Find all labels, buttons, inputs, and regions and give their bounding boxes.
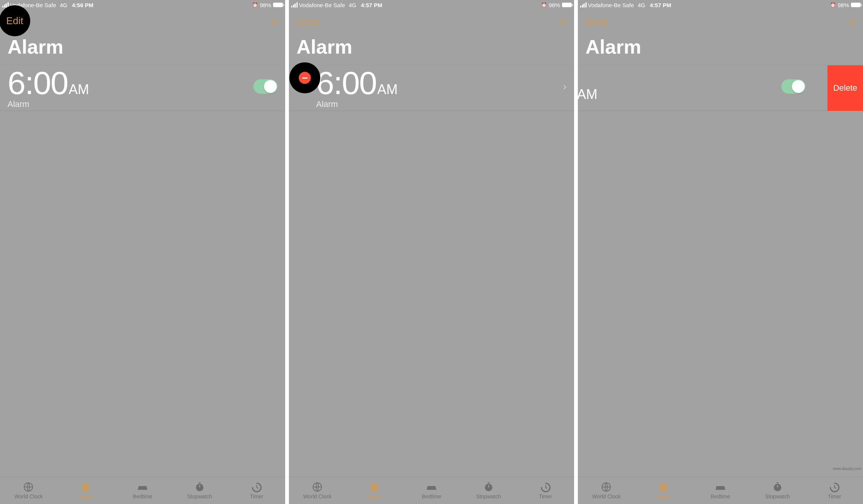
watermark: www.dauaiq.com [833,467,861,471]
add-alarm-button[interactable]: + [559,14,567,29]
battery-percent: 98% [260,2,271,8]
tab-timer[interactable]: Timer [228,477,285,504]
status-bar: Vodafone-Be Safe 4G 4:56 PM ⏰ 98% [0,0,285,10]
svg-rect-15 [716,489,725,490]
timer-icon [829,482,841,492]
tab-label: Stopwatch [765,493,790,499]
alarm-ampm: AM [377,82,397,97]
status-time: 4:57 PM [650,2,671,8]
timer-icon [251,482,263,492]
chevron-right-icon: › [563,80,567,93]
svg-rect-11 [487,482,489,484]
tab-label: Alarm [368,493,382,499]
network-label: 4G [60,2,67,8]
tab-world-clock[interactable]: World Clock [578,477,635,504]
highlight-minus [289,62,320,93]
done-button[interactable]: Done [296,16,319,28]
svg-rect-9 [427,489,436,490]
tab-world-clock[interactable]: World Clock [0,477,57,504]
svg-rect-3 [138,489,147,490]
screen-remove: Vodafone-Be Safe 4G 4:57 PM ⏰ 98% Done +… [289,0,574,504]
alarm-row[interactable]: 6:00AM Alarm › [289,65,574,111]
alarm-row[interactable]: 00AM Delete [578,65,863,111]
alarm-label: Alarm [8,99,253,109]
tab-label: Bedtime [422,493,441,499]
status-time: 4:56 PM [72,2,93,8]
status-bar: Vodafone-Be Safe 4G 4:57 PM ⏰ 98% [578,0,863,10]
tab-stopwatch[interactable]: Stopwatch [460,477,517,504]
nav-bar: Done + [578,10,863,34]
tab-label: World Clock [14,493,43,499]
bed-icon [714,482,726,492]
remove-alarm-button[interactable] [299,72,311,84]
tab-bar: World Clock Alarm Bedtime Stopwatch Time… [289,477,574,504]
tab-alarm[interactable]: Alarm [346,477,403,504]
tab-label: Alarm [657,493,671,499]
globe-icon [600,482,612,492]
screen-edit: Vodafone-Be Safe 4G 4:56 PM ⏰ 98% Edit +… [0,0,285,504]
tab-bar: World Clock Alarm Bedtime Stopwatch Time… [0,477,285,504]
alarm-toggle[interactable] [781,79,806,94]
alarm-toggle[interactable] [253,79,278,94]
tab-label: Stopwatch [187,493,212,499]
tab-bedtime[interactable]: Bedtime [114,477,171,504]
alarm-row[interactable]: 6:00AM Alarm [0,65,285,111]
tab-bedtime[interactable]: Bedtime [403,477,460,504]
done-button[interactable]: Done [585,16,608,28]
battery-icon [851,3,861,7]
carrier-label: Vodafone-Be Safe [588,2,634,8]
tab-alarm[interactable]: Alarm [635,477,692,504]
nav-bar: + [0,10,285,34]
alarm-time: 6:00 [8,64,68,102]
tab-label: Bedtime [133,493,152,499]
svg-rect-5 [199,482,200,484]
alarm-time: 6:00 [316,64,376,102]
tab-bar: World Clock Alarm Bedtime Stopwatch Time… [578,477,863,504]
stopwatch-icon [194,482,206,492]
alarm-clock-icon [79,482,92,492]
tab-stopwatch[interactable]: Stopwatch [749,477,806,504]
carrier-label: Vodafone-Be Safe [299,2,345,8]
battery-icon [273,3,283,7]
globe-icon [311,482,323,492]
bed-icon [425,482,438,492]
alarm-status-icon: ⏰ [252,2,258,8]
tab-label: World Clock [303,493,332,499]
alarm-clock-icon [368,482,380,492]
tab-timer[interactable]: Timer [517,477,574,504]
alarm-label: Alarm [316,99,559,109]
network-label: 4G [349,2,356,8]
svg-rect-17 [776,482,778,484]
screen-delete: Vodafone-Be Safe 4G 4:57 PM ⏰ 98% Done +… [578,0,863,504]
page-title: Alarm [289,34,574,65]
stopwatch-icon [771,482,784,492]
tab-alarm[interactable]: Alarm [57,477,114,504]
tab-label: Timer [828,493,841,499]
tab-label: Alarm [79,493,93,499]
timer-icon [540,482,552,492]
tab-stopwatch[interactable]: Stopwatch [171,477,228,504]
edit-button[interactable]: Edit [6,15,23,27]
add-alarm-button[interactable]: + [847,14,856,29]
tab-label: World Clock [592,493,621,499]
alarm-status-icon: ⏰ [541,2,547,8]
cellular-signal-icon [291,2,298,8]
status-time: 4:57 PM [361,2,382,8]
delete-button[interactable]: Delete [827,65,863,111]
battery-icon [562,3,572,7]
bed-icon [137,482,149,492]
tab-label: Timer [250,493,263,499]
svg-point-7 [371,484,378,491]
tab-timer[interactable]: Timer [806,477,863,504]
tab-world-clock[interactable]: World Clock [289,477,346,504]
highlight-edit: Edit [0,5,30,36]
page-title: Alarm [578,34,863,65]
page-title: Alarm [0,34,285,65]
tab-label: Timer [539,493,552,499]
alarm-clock-icon [657,482,669,492]
alarm-ampm: AM [68,82,89,97]
tab-bedtime[interactable]: Bedtime [692,477,749,504]
network-label: 4G [638,2,645,8]
alarm-ampm: AM [578,87,598,102]
add-alarm-button[interactable]: + [270,14,278,29]
